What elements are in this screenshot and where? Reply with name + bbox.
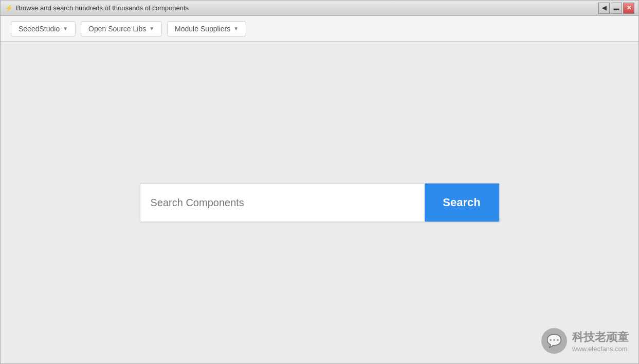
toolbar: SeeedStudio ▼ Open Source Libs ▼ Module … [1, 16, 638, 42]
main-content: Search [1, 42, 638, 363]
window-title: Browse and search hundreds of thousands … [16, 4, 595, 12]
watermark-text: 科技老顽童 www.elecfans.com [572, 330, 629, 353]
minimize-button[interactable]: ▬ [611, 3, 622, 14]
back-button[interactable]: ◀ [598, 3, 610, 14]
seeedstudio-dropdown[interactable]: SeeedStudio ▼ [11, 21, 76, 37]
window-controls: ◀ ▬ ✕ [598, 3, 634, 14]
search-input[interactable] [140, 184, 425, 222]
watermark: 💬 科技老顽童 www.elecfans.com [541, 328, 629, 354]
suppliers-arrow-icon: ▼ [233, 26, 239, 31]
title-bar: ⚡ Browse and search hundreds of thousand… [1, 1, 638, 16]
opensource-arrow-icon: ▼ [149, 26, 154, 31]
watermark-cn-text: 科技老顽童 [572, 330, 629, 345]
opensource-label: Open Source Libs [88, 25, 146, 33]
suppliers-dropdown[interactable]: Module Suppliers ▼ [167, 21, 246, 37]
search-button[interactable]: Search [425, 184, 499, 222]
app-icon: ⚡ [5, 4, 13, 12]
seeedstudio-label: SeeedStudio [19, 25, 60, 33]
seeedstudio-arrow-icon: ▼ [63, 26, 68, 31]
watermark-icon: 💬 [541, 328, 567, 354]
watermark-url-text: www.elecfans.com [572, 345, 629, 353]
suppliers-label: Module Suppliers [175, 25, 230, 33]
main-window: ⚡ Browse and search hundreds of thousand… [0, 0, 639, 364]
close-button[interactable]: ✕ [623, 3, 634, 14]
search-container: Search [140, 183, 500, 222]
opensource-dropdown[interactable]: Open Source Libs ▼ [81, 21, 162, 37]
